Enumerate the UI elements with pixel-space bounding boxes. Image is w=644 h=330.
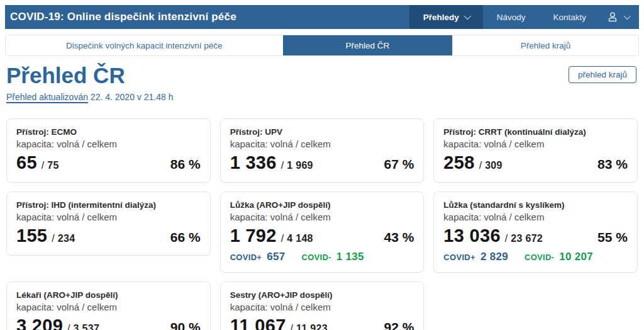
updated-line: Přehled aktualizován 22. 4. 2020 v 21.48… xyxy=(6,92,638,102)
menu-item-prehledy[interactable]: Přehledy xyxy=(409,5,483,29)
user-menu[interactable] xyxy=(600,5,639,29)
main-menu: Přehledy Návody Kontakty xyxy=(409,5,639,29)
page-title: Přehled ČR xyxy=(6,64,569,88)
covid-breakdown: COVID+ 2 829 COVID- 10 207 xyxy=(443,251,628,263)
tab-prehled-cr[interactable]: Přehled ČR xyxy=(283,35,453,55)
covid-breakdown: COVID+ 657 COVID- 1 135 xyxy=(230,251,414,263)
covid-positive-label: COVID+ xyxy=(443,253,475,262)
free-capacity-value: 155 xyxy=(16,225,47,246)
capacity-card: Lůžka (standardní s kyslíkem) kapacita: … xyxy=(433,191,638,273)
card-subtitle: kapacita: volná / celkem xyxy=(230,139,414,149)
card-subtitle: kapacita: volná / celkem xyxy=(443,139,628,149)
free-capacity-value: 3 209 xyxy=(16,316,63,330)
card-subtitle: kapacita: volná / celkem xyxy=(230,302,414,312)
covid-negative-value: 10 207 xyxy=(559,251,593,263)
card-values: 3 209 3 537 90 % xyxy=(16,316,201,330)
tab-prehled-kraju[interactable]: Přehled krajů xyxy=(452,35,638,55)
tab-dispecink-volnych-kapacit[interactable]: Dispečink volných kapacit intenzivní péč… xyxy=(6,35,283,55)
capacity-percent: 83 % xyxy=(597,157,628,172)
chevron-down-icon xyxy=(624,13,631,20)
tab-bar: Dispečink volných kapacit intenzivní péč… xyxy=(5,35,639,56)
covid-positive-value: 657 xyxy=(267,251,285,263)
free-capacity-value: 1 792 xyxy=(230,225,277,246)
card-subtitle: kapacita: volná / celkem xyxy=(230,212,414,222)
covid-negative-label: COVID- xyxy=(525,253,554,262)
menu-item-kontakty[interactable]: Kontakty xyxy=(539,5,600,29)
card-title: Lůžka (standardní s kyslíkem) xyxy=(443,200,628,210)
card-title: Přístroj: CRRT (kontinuální dialýza) xyxy=(443,127,628,137)
covid-negative-value: 1 135 xyxy=(336,251,364,263)
total-capacity-value: 75 xyxy=(42,160,59,171)
card-title: Přístroj: ECMO xyxy=(16,127,201,137)
card-values: 1 792 4 148 43 % xyxy=(230,225,414,246)
card-subtitle: kapacita: volná / celkem xyxy=(16,212,201,222)
updated-link[interactable]: Přehled aktualizován xyxy=(6,92,88,102)
capacity-cards-grid: Přístroj: ECMO kapacita: volná / celkem … xyxy=(6,118,638,330)
chevron-down-icon xyxy=(464,13,470,20)
regions-overview-button[interactable]: přehled krajů xyxy=(569,66,636,83)
capacity-card: Lékaři (ARO+JIP dospělí) kapacita: volná… xyxy=(6,282,211,330)
card-values: 1 336 1 969 67 % xyxy=(230,152,414,173)
capacity-card: Přístroj: CRRT (kontinuální dialýza) kap… xyxy=(433,118,638,183)
covid-negative-label: COVID- xyxy=(302,253,331,262)
covid-positive-value: 2 829 xyxy=(480,251,508,263)
card-title: Přístroj: UPV xyxy=(230,127,414,137)
total-capacity-value: 234 xyxy=(52,233,75,244)
total-capacity-value: 4 148 xyxy=(281,233,313,244)
capacity-percent: 66 % xyxy=(170,230,201,245)
free-capacity-value: 1 336 xyxy=(230,152,277,173)
total-capacity-value: 3 537 xyxy=(67,323,99,330)
capacity-percent: 55 % xyxy=(597,230,628,245)
covid-positive-label: COVID+ xyxy=(230,253,262,262)
app-title: COVID-19: Online dispečink intenzivní pé… xyxy=(5,11,409,23)
card-subtitle: kapacita: volná / celkem xyxy=(443,212,628,222)
card-values: 13 036 23 672 55 % xyxy=(443,225,628,246)
card-title: Přístroj: IHD (intermitentní dialýza) xyxy=(16,200,201,210)
free-capacity-value: 65 xyxy=(16,152,37,173)
card-title: Sestry (ARO+JIP dospělí) xyxy=(230,290,414,300)
free-capacity-value: 258 xyxy=(443,152,474,173)
total-capacity-value: 11 923 xyxy=(291,323,328,330)
capacity-percent: 92 % xyxy=(384,320,414,330)
person-icon xyxy=(606,11,619,23)
card-subtitle: kapacita: volná / celkem xyxy=(16,302,201,312)
menu-item-label: Kontakty xyxy=(553,13,586,22)
capacity-card: Sestry (ARO+JIP dospělí) kapacita: volná… xyxy=(220,282,425,330)
menu-item-navody[interactable]: Návody xyxy=(483,5,540,29)
card-values: 258 309 83 % xyxy=(443,152,628,173)
total-capacity-value: 1 969 xyxy=(281,160,313,171)
top-navbar: COVID-19: Online dispečink intenzivní pé… xyxy=(5,5,639,29)
updated-timestamp: 22. 4. 2020 v 21.48 h xyxy=(88,92,173,102)
capacity-percent: 86 % xyxy=(170,157,201,172)
page-header: Přehled ČR přehled krajů xyxy=(6,64,638,88)
total-capacity-value: 309 xyxy=(479,160,502,171)
capacity-percent: 43 % xyxy=(384,230,414,245)
capacity-percent: 67 % xyxy=(384,157,414,172)
capacity-card: Přístroj: ECMO kapacita: volná / celkem … xyxy=(6,118,211,183)
card-values: 11 067 11 923 92 % xyxy=(230,316,414,330)
capacity-card: Lůžka (ARO+JIP dospělí) kapacita: volná … xyxy=(220,191,425,273)
card-title: Lékaři (ARO+JIP dospělí) xyxy=(16,290,201,300)
capacity-card: Přístroj: UPV kapacita: volná / celkem 1… xyxy=(220,118,425,183)
card-values: 65 75 86 % xyxy=(16,152,201,173)
card-subtitle: kapacita: volná / celkem xyxy=(16,139,201,149)
page: COVID-19: Online dispečink intenzivní pé… xyxy=(0,0,644,330)
free-capacity-value: 11 067 xyxy=(230,316,286,330)
menu-item-label: Návody xyxy=(497,13,526,22)
total-capacity-value: 23 672 xyxy=(505,233,543,244)
free-capacity-value: 13 036 xyxy=(443,225,501,246)
card-title: Lůžka (ARO+JIP dospělí) xyxy=(230,200,414,210)
menu-item-label: Přehledy xyxy=(423,13,459,22)
capacity-card: Přístroj: IHD (intermitentní dialýza) ka… xyxy=(6,191,211,256)
capacity-percent: 90 % xyxy=(170,320,201,330)
card-values: 155 234 66 % xyxy=(16,225,201,246)
main-content: Přehled ČR přehled krajů Přehled aktuali… xyxy=(5,64,639,330)
